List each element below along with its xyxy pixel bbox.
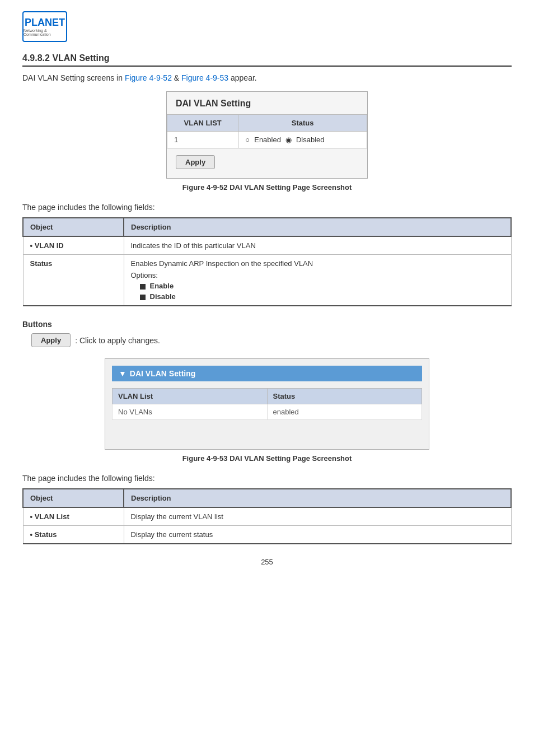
buttons-section: Buttons Apply : Click to apply changes. [22,320,512,347]
apply-button-2[interactable]: Apply [31,333,71,347]
table-row: Status Enables Dynamic ARP Inspection on… [23,255,511,306]
status-desc-line1: Enables Dynamic ARP Inspection on the sp… [131,259,504,268]
intro-suffix: appear. [228,73,257,82]
fields1-col1: Object [23,218,124,236]
field4-desc: Display the current status [124,526,511,544]
apply-button-1[interactable]: Apply [176,155,215,169]
fields1-col2: Description [124,218,511,236]
screenshot2-col2: Status [267,389,422,404]
screenshot-box-1: DAI VLAN Setting VLAN LIST Status 1 ○ En… [166,91,368,179]
buttons-row: Apply : Click to apply changes. [22,333,512,347]
radio-enabled-icon: ○ [245,136,250,144]
logo-area: PLANET Networking & Communication [22,11,512,42]
page-number: 255 [22,558,512,566]
field1-obj: • VLAN ID [23,236,124,255]
fields-intro-2: The page includes the following fields: [22,474,512,483]
screenshot1-col1: VLAN LIST [167,115,238,132]
table-row: • Status Display the current status [23,526,511,544]
arrow-collapse-icon: ▼ [119,369,127,378]
intro-text-prefix: DAI VLAN Setting screens in [22,73,125,82]
bullet-vlan-id: • VLAN ID [30,241,64,250]
field2-desc: Enables Dynamic ARP Inspection on the sp… [124,255,511,306]
radio-disabled-icon: ◉ [285,136,292,144]
screenshot1-vlan-value: 1 [167,132,238,148]
bullet-vlan-list: • VLAN List [30,512,69,521]
screenshot1-table: VLAN LIST Status 1 ○ Enabled ◉ Disabled [167,114,367,148]
fields2-col2: Description [124,489,511,507]
screenshot2-header-text: DAI VLAN Setting [130,369,195,378]
section-title: 4.9.8.2 VLAN Setting [22,53,512,67]
status-desc-options: Options: [131,271,504,279]
screenshot1-title: DAI VLAN Setting [167,92,367,114]
fields-intro-1: The page includes the following fields: [22,203,512,212]
field1-desc: Indicates the ID of this particular VLAN [124,236,511,255]
radio-enabled-label: Enabled [254,136,281,144]
fields-table-1: Object Description • VLAN ID Indicates t… [22,217,512,306]
field3-obj: • VLAN List [23,507,124,526]
screenshot1-col2: Status [238,115,367,132]
figure-link-52[interactable]: Figure 4-9-52 [125,73,172,82]
screenshot1-row: 1 ○ Enabled ◉ Disabled [167,132,367,148]
screenshot2-table: VLAN List Status No VLANs enabled [112,388,422,420]
screenshot2-col1: VLAN List [113,389,268,404]
bullet-status: • Status [30,530,57,539]
figure-caption-1: Figure 4-9-52 DAI VLAN Setting Page Scre… [22,183,512,192]
status-desc-disable: Disable [140,292,504,301]
figure-link-53[interactable]: Figure 4-9-53 [181,73,228,82]
screenshot2-vlan: No VLANs [113,404,268,420]
screenshot1-radio-cell: ○ Enabled ◉ Disabled [238,132,367,148]
field2-obj: Status [23,255,124,306]
radio-disabled-label: Disabled [296,136,325,144]
logo-brand: PLANET [25,17,65,29]
apply-desc: : Click to apply changes. [75,336,160,345]
field4-obj: • Status [23,526,124,544]
status-desc-enable: Enable [140,282,504,290]
buttons-label: Buttons [22,320,512,329]
intro-amp: & [172,73,181,82]
figure-caption-2: Figure 4-9-53 DAI VLAN Setting Page Scre… [22,454,512,463]
fields-table-2: Object Description • VLAN List Display t… [22,488,512,544]
screenshot2-status: enabled [267,404,422,420]
field3-desc: Display the current VLAN list [124,507,511,526]
screenshot-box-2: ▼ DAI VLAN Setting VLAN List Status No V… [105,358,429,450]
table-row: • VLAN ID Indicates the ID of this parti… [23,236,511,255]
screenshot2-header: ▼ DAI VLAN Setting [112,366,422,381]
fields2-col1: Object [23,489,124,507]
intro-paragraph: DAI VLAN Setting screens in Figure 4-9-5… [22,73,512,82]
screenshot1-radio-group: ○ Enabled ◉ Disabled [245,136,360,144]
screenshot2-row: No VLANs enabled [113,404,422,420]
logo-sub: Networking & Communication [24,29,66,36]
planet-logo: PLANET Networking & Communication [22,11,67,42]
table-row: • VLAN List Display the current VLAN lis… [23,507,511,526]
